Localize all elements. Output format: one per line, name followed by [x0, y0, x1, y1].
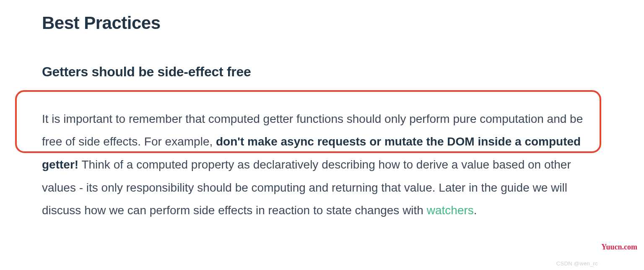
subsection-title: Getters should be side-effect free: [42, 64, 604, 80]
watermark-yuucn: Yuucn.com: [601, 243, 637, 252]
document-content: Best Practices Getters should be side-ef…: [42, 13, 604, 222]
paragraph-text-2: Think of a computed property as declarat…: [42, 158, 571, 217]
paragraph-wrapper: It is important to remember that compute…: [42, 93, 604, 222]
watchers-link[interactable]: watchers: [427, 204, 474, 217]
paragraph-text-3: .: [474, 204, 477, 217]
section-title: Best Practices: [42, 13, 604, 34]
body-paragraph: It is important to remember that compute…: [42, 93, 604, 222]
watermark-csdn: CSDN @wen_rc: [556, 260, 598, 267]
